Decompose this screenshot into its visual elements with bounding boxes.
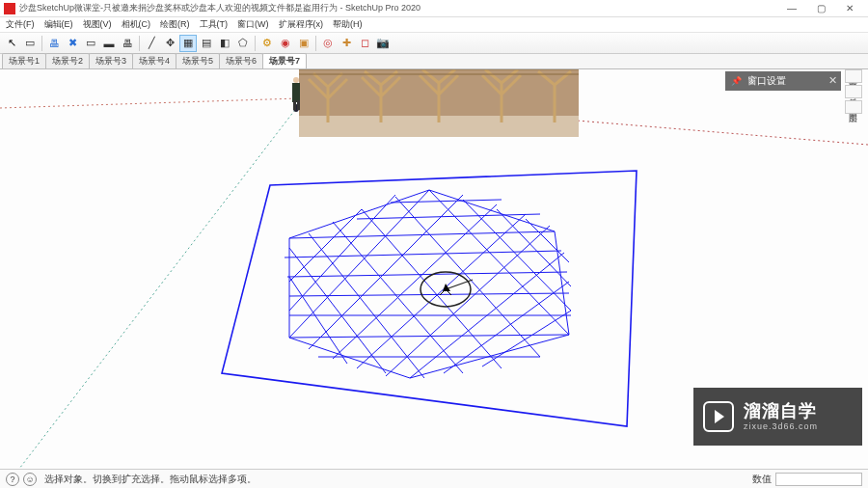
tray-tab[interactable]: 默认面板 [845,69,862,83]
toolbar-sep [139,36,140,51]
watermark-url: zixue.3d66.com [744,421,818,432]
maximize-button[interactable]: ▢ [806,1,835,16]
watermark: 溜溜自学 zixue.3d66.com [693,388,862,446]
svg-rect-9 [292,83,300,102]
tray-tabs: 默认面板 材质 图层 [845,69,862,116]
red-icon[interactable]: ◉ [277,35,294,52]
svg-rect-11 [293,100,296,110]
menu-draw[interactable]: 绘图(R) [156,17,194,32]
rect-tool-icon[interactable]: ▭ [21,35,39,52]
panel-close-icon[interactable]: ✕ [828,74,837,87]
menu-view[interactable]: 视图(V) [79,17,116,32]
select-tool-icon[interactable]: ↖ [3,35,20,52]
window-title: 沙盘SketchUp微课堂-只被邀来捐沙盘奖杯或沙盘本人欢迎的视频文件都是盗用行… [19,2,777,14]
cyl-icon[interactable]: ◎ [319,35,337,52]
scene-tab-active[interactable]: 场景号7 [262,53,307,68]
pan-icon[interactable]: ✥ [161,35,178,52]
box2-icon[interactable]: ▣ [295,35,312,52]
status-hint: 选择对象。切换到扩充选择。拖动鼠标选择多项。 [44,473,748,486]
menu-camera[interactable]: 相机(C) [118,17,155,32]
minimize-button[interactable]: — [777,1,806,16]
scene-tab[interactable]: 场景号1 [2,53,46,68]
print2-icon[interactable]: 🖶 [119,35,136,52]
svg-point-10 [293,77,299,83]
menu-edit[interactable]: 编辑(E) [41,17,77,32]
cube-icon[interactable]: ◻ [356,35,373,52]
tag-icon[interactable]: ◧ [216,35,233,52]
scene-tab[interactable]: 场景号6 [219,53,263,68]
vcb-input[interactable] [775,473,862,486]
panel-title: 窗口设置 [747,74,786,88]
close-button[interactable]: ✕ [835,1,864,16]
tray-panel-header[interactable]: 📌 窗口设置 ✕ [725,71,841,91]
menu-extensions[interactable]: 扩展程序(x) [275,17,328,32]
rect2-icon[interactable]: ▭ [82,35,99,52]
watermark-title: 溜溜自学 [744,401,818,422]
scene-tab[interactable]: 场景号2 [45,53,90,68]
menu-tools[interactable]: 工具(T) [196,17,232,32]
ruler-icon[interactable]: ╱ [143,35,160,52]
vcb-label: 数值 [748,473,775,486]
title-bar: 沙盘SketchUp微课堂-只被邀来捐沙盘奖杯或沙盘本人欢迎的视频文件都是盗用行… [0,0,868,17]
model-viewport[interactable]: 📌 窗口设置 ✕ 默认面板 材质 图层 溜溜自学 zixue.3d66.com [0,69,868,469]
menu-help[interactable]: 帮助(H) [329,17,366,32]
menu-bar: 文件(F) 编辑(E) 视图(V) 相机(C) 绘图(R) 工具(T) 窗口(W… [0,17,868,33]
status-bar: ? ☺ 选择对象。切换到扩充选择。拖动鼠标选择多项。 数值 [0,469,868,488]
print-icon[interactable]: 🖶 [45,35,63,52]
gear-icon[interactable]: ⚙ [258,35,276,52]
main-toolbar: ↖ ▭ 🖶 ✖ ▭ ▬ 🖶 ╱ ✥ ▦ ▤ ◧ ⬠ ⚙ ◉ ▣ ◎ ✚ ◻ 📷 [0,33,868,54]
reference-image [299,69,579,137]
brush-icon[interactable]: ▬ [100,35,118,52]
tray-tab[interactable]: 图层 [845,100,862,114]
help-icon[interactable]: ? [6,473,19,486]
pin-icon[interactable]: 📌 [731,76,742,86]
page-icon[interactable]: ▤ [198,35,215,52]
delete-icon[interactable]: ✖ [64,35,81,52]
menu-file[interactable]: 文件(F) [2,17,39,32]
scene-tab-bar: 场景号1 场景号2 场景号3 场景号4 场景号5 场景号6 场景号7 [0,54,868,69]
cam-icon[interactable]: 📷 [374,35,392,52]
grid-icon[interactable]: ▦ [179,35,197,52]
user-icon[interactable]: ☺ [23,473,37,486]
tray-tab[interactable]: 材质 [845,85,862,98]
plug-icon[interactable]: ✚ [338,35,355,52]
menu-window[interactable]: 窗口(W) [233,17,273,32]
app-icon [4,3,15,14]
scene-tab[interactable]: 场景号5 [176,53,220,68]
toolbar-sep [41,36,42,51]
scene-tab[interactable]: 场景号4 [132,53,176,68]
poly-icon[interactable]: ⬠ [234,35,252,52]
toolbar-sep [315,36,316,51]
svg-rect-12 [297,100,300,110]
toolbar-sep [255,36,256,51]
play-icon [703,401,734,432]
scene-tab[interactable]: 场景号3 [89,53,133,68]
